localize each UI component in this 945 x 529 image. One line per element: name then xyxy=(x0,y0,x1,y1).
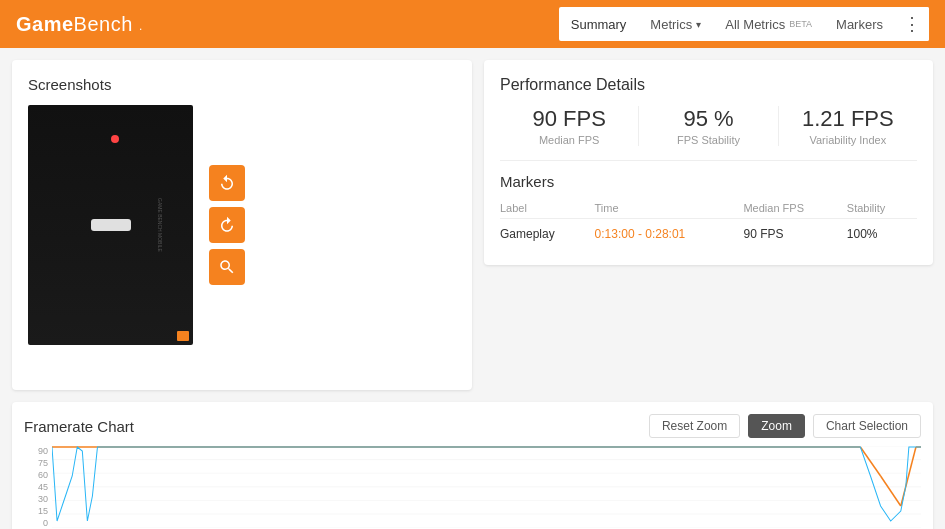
markers-section: Markers Label Time Median FPS Stability … xyxy=(500,161,917,249)
nav-markers[interactable]: Markers xyxy=(824,11,895,38)
perf-value-2: 1.21 FPS xyxy=(779,106,917,132)
table-row: Gameplay 0:13:00 - 0:28:01 90 FPS 100% xyxy=(500,219,917,250)
screenshot-image: GAME BENCH MOBILE xyxy=(28,105,193,345)
col-stability: Stability xyxy=(847,198,917,219)
logo-bench: Bench xyxy=(74,13,133,35)
main-content: Screenshots GAME BENCH MOBILE xyxy=(0,48,945,402)
zoom-mode-button[interactable]: Zoom xyxy=(748,414,805,438)
zoom-button[interactable] xyxy=(209,249,245,285)
game-paddle xyxy=(91,219,131,231)
chart-panel: Framerate Chart Reset Zoom Zoom Chart Se… xyxy=(12,402,933,529)
game-side-text: GAME BENCH MOBILE xyxy=(157,198,163,252)
perf-stat-1: 95 % FPS Stability xyxy=(638,106,777,146)
chart-container: 90 75 60 45 30 15 0 xyxy=(24,446,921,529)
chart-svg-wrap[interactable] xyxy=(52,446,921,528)
rotate-right-button[interactable] xyxy=(209,207,245,243)
game-screen: GAME BENCH MOBILE xyxy=(28,105,193,345)
markers-title: Markers xyxy=(500,173,917,190)
screenshot-controls xyxy=(209,165,245,285)
nav-more-button[interactable]: ⋮ xyxy=(895,7,929,41)
app-header: GameBench . Summary Metrics ▾ All Metric… xyxy=(0,0,945,48)
row-time: 0:13:00 - 0:28:01 xyxy=(595,219,744,250)
col-time: Time xyxy=(595,198,744,219)
nav-all-metrics[interactable]: All Metrics BETA xyxy=(713,11,824,38)
y-label-1: 75 xyxy=(38,458,48,468)
col-label: Label xyxy=(500,198,595,219)
right-panel: Performance Details 90 FPS Median FPS 95… xyxy=(484,60,933,390)
screenshot-area: GAME BENCH MOBILE xyxy=(28,105,456,345)
perf-label-2: Variability Index xyxy=(779,134,917,146)
perf-stat-2: 1.21 FPS Variability Index xyxy=(778,106,917,146)
nav-metrics[interactable]: Metrics ▾ xyxy=(638,11,713,38)
rotate-left-button[interactable] xyxy=(209,165,245,201)
y-label-6: 0 xyxy=(43,518,48,528)
col-median-fps: Median FPS xyxy=(743,198,846,219)
performance-stats: 90 FPS Median FPS 95 % FPS Stability 1.2… xyxy=(500,106,917,161)
chart-selection-button[interactable]: Chart Selection xyxy=(813,414,921,438)
chart-controls: Reset Zoom Zoom Chart Selection xyxy=(649,414,921,438)
y-label-2: 60 xyxy=(38,470,48,480)
performance-panel: Performance Details 90 FPS Median FPS 95… xyxy=(484,60,933,265)
chart-header: Framerate Chart Reset Zoom Zoom Chart Se… xyxy=(24,414,921,438)
nav-summary[interactable]: Summary xyxy=(559,11,639,38)
perf-value-1: 95 % xyxy=(639,106,777,132)
game-bottom-label xyxy=(177,331,189,341)
markers-header-row: Label Time Median FPS Stability xyxy=(500,198,917,219)
y-label-5: 15 xyxy=(38,506,48,516)
header-nav: Summary Metrics ▾ All Metrics BETA Marke… xyxy=(559,7,929,41)
row-label: Gameplay xyxy=(500,219,595,250)
perf-stat-0: 90 FPS Median FPS xyxy=(500,106,638,146)
markers-thead: Label Time Median FPS Stability xyxy=(500,198,917,219)
chevron-down-icon: ▾ xyxy=(696,19,701,30)
y-label-4: 30 xyxy=(38,494,48,504)
perf-value-0: 90 FPS xyxy=(500,106,638,132)
svg-line-9 xyxy=(881,476,901,506)
framerate-chart-svg xyxy=(52,446,921,528)
perf-label-0: Median FPS xyxy=(500,134,638,146)
screenshots-panel: Screenshots GAME BENCH MOBILE xyxy=(12,60,472,390)
game-ball xyxy=(111,135,119,143)
markers-tbody: Gameplay 0:13:00 - 0:28:01 90 FPS 100% xyxy=(500,219,917,250)
svg-line-8 xyxy=(860,447,880,476)
beta-badge: BETA xyxy=(789,19,812,29)
chart-y-labels: 90 75 60 45 30 15 0 xyxy=(24,446,52,528)
y-label-0: 90 xyxy=(38,446,48,456)
perf-label-1: FPS Stability xyxy=(639,134,777,146)
performance-title: Performance Details xyxy=(500,76,917,94)
markers-table: Label Time Median FPS Stability Gameplay… xyxy=(500,198,917,249)
row-stability: 100% xyxy=(847,219,917,250)
screenshots-title: Screenshots xyxy=(28,76,456,93)
y-label-3: 45 xyxy=(38,482,48,492)
time-range-link[interactable]: 0:13:00 - 0:28:01 xyxy=(595,227,686,241)
app-logo: GameBench . xyxy=(16,13,143,36)
logo-game: Game xyxy=(16,13,74,35)
row-median-fps: 90 FPS xyxy=(743,219,846,250)
reset-zoom-button[interactable]: Reset Zoom xyxy=(649,414,740,438)
chart-title: Framerate Chart xyxy=(24,418,134,435)
